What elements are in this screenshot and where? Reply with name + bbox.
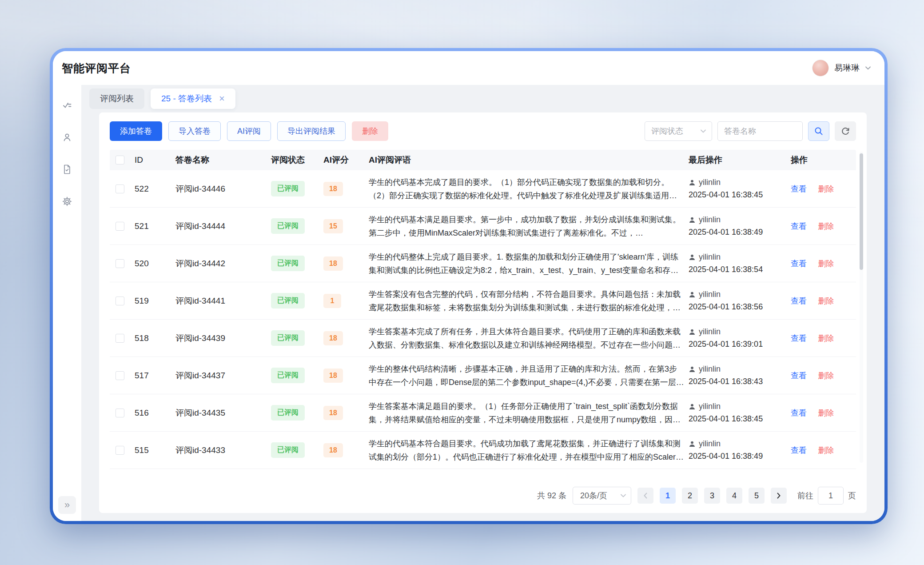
operator-name: yilinlin xyxy=(699,365,721,374)
ai-review-button[interactable]: AI评阅 xyxy=(227,121,271,141)
status-badge: 已评阅 xyxy=(271,218,305,234)
search-button[interactable] xyxy=(808,121,829,141)
table-scrollbar-track[interactable] xyxy=(860,152,863,463)
delete-link[interactable]: 删除 xyxy=(818,334,834,343)
table-scrollbar-thumb[interactable] xyxy=(860,153,863,270)
page-button-1[interactable]: 1 xyxy=(660,488,676,504)
row-checkbox[interactable] xyxy=(116,446,124,455)
row-checkbox[interactable] xyxy=(116,409,124,417)
row-checkbox[interactable] xyxy=(116,259,124,268)
sidebar-item-review-list[interactable] xyxy=(58,96,76,114)
row-answer-name: 评阅id-34433 xyxy=(175,445,271,456)
delete-link[interactable]: 删除 xyxy=(818,297,834,305)
person-icon xyxy=(689,254,696,261)
table-row: 515 评阅id-34433 已评阅 18 学生的代码基本符合题目要求。代码成功… xyxy=(110,432,856,469)
operation-time: 2025-04-01 16:38:56 xyxy=(689,302,786,312)
toolbar: 添加答卷 导入答卷 AI评阅 导出评阅结果 删除 评阅状态 xyxy=(110,121,856,141)
ai-comment-text: 学生的代码基本满足题目要求。第一步中，成功加载了数据，并划分成训练集和测试集。第… xyxy=(369,213,684,240)
last-operation-cell: yilinlin 2025-04-01 16:38:56 xyxy=(689,290,791,312)
operator-name: yilinlin xyxy=(699,439,721,449)
tab-review-list[interactable]: 评阅列表 xyxy=(89,88,144,109)
last-operation-cell: yilinlin 2025-04-01 16:38:49 xyxy=(689,215,791,237)
view-link[interactable]: 查看 xyxy=(791,446,807,455)
page-button-2[interactable]: 2 xyxy=(682,488,698,504)
view-link[interactable]: 查看 xyxy=(791,222,807,231)
row-checkbox[interactable] xyxy=(116,334,124,343)
person-icon xyxy=(689,291,696,298)
operator-name: yilinlin xyxy=(699,402,721,411)
total-count: 共 92 条 xyxy=(537,490,566,501)
page-button-5[interactable]: 5 xyxy=(749,488,765,504)
score-badge: 18 xyxy=(323,256,343,271)
view-link[interactable]: 查看 xyxy=(791,184,807,193)
select-all-checkbox[interactable] xyxy=(116,156,124,164)
add-answer-button[interactable]: 添加答卷 xyxy=(110,121,162,141)
page-button-4[interactable]: 4 xyxy=(726,488,742,504)
operation-time: 2025-04-01 16:39:01 xyxy=(689,340,786,349)
refresh-button[interactable] xyxy=(835,121,856,141)
goto-label: 前往 xyxy=(797,490,813,501)
chevron-down-icon xyxy=(865,66,871,70)
import-answer-button[interactable]: 导入答卷 xyxy=(168,121,221,141)
row-actions: 查看 删除 xyxy=(791,370,850,381)
operator-name: yilinlin xyxy=(699,327,721,337)
ai-comment-text: 学生的代码基本符合题目要求。代码成功加载了鸢尾花数据集，并正确进行了训练集和测试… xyxy=(369,437,684,464)
export-results-button[interactable]: 导出评阅结果 xyxy=(277,121,346,141)
status-badge: 已评阅 xyxy=(271,330,305,346)
view-link[interactable]: 查看 xyxy=(791,334,807,343)
sidebar-item-users[interactable] xyxy=(58,128,76,146)
operator-name: yilinlin xyxy=(699,215,721,224)
delete-link[interactable]: 删除 xyxy=(818,184,834,193)
answer-name-input[interactable] xyxy=(717,121,803,141)
tab-answer-list[interactable]: 25 - 答卷列表 × xyxy=(151,88,235,109)
person-icon xyxy=(689,179,696,186)
score-badge: 18 xyxy=(323,182,343,196)
main-content: 评阅列表 25 - 答卷列表 × 添加答卷 导入答卷 xyxy=(81,85,884,521)
status-badge: 已评阅 xyxy=(271,368,305,383)
operation-time: 2025-04-01 16:38:49 xyxy=(689,452,786,461)
sidebar-item-papers[interactable] xyxy=(58,160,76,178)
delete-link[interactable]: 删除 xyxy=(818,409,834,417)
app-window: 智能评阅平台 易琳琳 xyxy=(50,48,888,524)
next-page-button[interactable] xyxy=(771,488,787,504)
row-id: 516 xyxy=(135,408,175,418)
goto-page-input[interactable] xyxy=(818,487,844,505)
status-badge: 已评阅 xyxy=(271,256,305,271)
view-link[interactable]: 查看 xyxy=(791,297,807,305)
score-badge: 15 xyxy=(323,219,343,233)
view-link[interactable]: 查看 xyxy=(791,409,807,417)
table-row: 517 评阅id-34437 已评阅 18 学生的整体代码结构清晰，步骤基本正确… xyxy=(110,357,856,394)
delete-link[interactable]: 删除 xyxy=(818,446,834,455)
page-button-3[interactable]: 3 xyxy=(704,488,720,504)
page-size-select[interactable]: 20条/页 xyxy=(573,487,631,505)
delete-link[interactable]: 删除 xyxy=(818,222,834,231)
row-checkbox[interactable] xyxy=(116,184,124,193)
view-link[interactable]: 查看 xyxy=(791,371,807,380)
row-actions: 查看 删除 xyxy=(791,221,850,232)
sidebar: » xyxy=(53,85,81,521)
delete-link[interactable]: 删除 xyxy=(818,259,834,268)
prev-page-button[interactable] xyxy=(637,488,653,504)
select-placeholder: 评阅状态 xyxy=(651,126,683,136)
row-id: 521 xyxy=(135,221,175,231)
chevron-left-icon xyxy=(643,492,648,499)
operator-name: yilinlin xyxy=(699,178,721,187)
row-answer-name: 评阅id-34441 xyxy=(175,295,271,307)
close-icon[interactable]: × xyxy=(219,94,225,104)
row-checkbox[interactable] xyxy=(116,222,124,231)
avatar[interactable] xyxy=(812,60,829,76)
user-menu[interactable]: 易琳琳 xyxy=(812,60,871,76)
operation-time: 2025-04-01 16:38:49 xyxy=(689,228,786,237)
sidebar-collapse-button[interactable]: » xyxy=(58,496,76,514)
row-checkbox[interactable] xyxy=(116,297,124,305)
table-row: 518 评阅id-34439 已评阅 18 学生答案基本完成了所有任务，并且大体… xyxy=(110,320,856,357)
header-actions: 操作 xyxy=(791,154,850,166)
delete-button[interactable]: 删除 xyxy=(352,121,388,141)
view-link[interactable]: 查看 xyxy=(791,259,807,268)
row-checkbox[interactable] xyxy=(116,371,124,380)
review-status-select[interactable]: 评阅状态 xyxy=(645,121,712,141)
operation-time: 2025-04-01 16:38:54 xyxy=(689,265,786,274)
delete-link[interactable]: 删除 xyxy=(818,371,834,380)
tab-label: 评阅列表 xyxy=(100,93,134,104)
sidebar-item-settings[interactable] xyxy=(58,192,76,210)
